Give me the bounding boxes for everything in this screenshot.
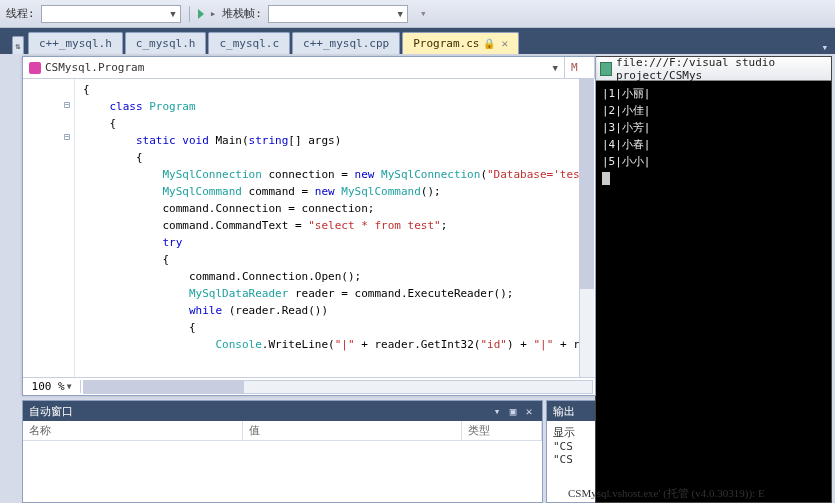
chevron-down-icon: ▼ xyxy=(170,9,175,19)
step-arrow-icon: ▸ xyxy=(210,7,217,20)
chevron-down-icon: ▼ xyxy=(397,9,402,19)
debug-toolbar: 线程: ▼ ▸ 堆栈帧: ▼ ▾ xyxy=(0,0,835,28)
pin-well-icon[interactable]: ⇅ xyxy=(12,36,24,54)
col-type[interactable]: 类型 xyxy=(462,421,542,440)
tab-program-cs[interactable]: Program.cs🔒✕ xyxy=(402,32,519,54)
stackframe-dropdown[interactable]: ▼ xyxy=(268,5,408,23)
console-titlebar[interactable]: file:///F:/visual studio project/CSMys xyxy=(596,57,831,81)
console-window: file:///F:/visual studio project/CSMys |… xyxy=(595,56,832,503)
tab-cpp-mysql-cpp[interactable]: c++_mysql.cpp xyxy=(292,32,400,54)
chevron-down-icon: ▼ xyxy=(67,382,72,391)
tab-cpp-mysql-h[interactable]: c++_mysql.h xyxy=(28,32,123,54)
vertical-scrollbar[interactable] xyxy=(579,79,594,377)
output-overflow-line: CSMysql.vshost.exe' (托管 (v4.0.30319)): E xyxy=(568,486,765,501)
output-line: "CS xyxy=(553,440,589,453)
stackframe-label: 堆栈帧: xyxy=(222,6,262,21)
output-label: 显示 xyxy=(553,425,589,440)
tab-c-mysql-h[interactable]: c_mysql.h xyxy=(125,32,207,54)
fold-toggle-icon[interactable]: ⊟ xyxy=(23,131,74,147)
class-icon xyxy=(29,62,41,74)
autos-panel: 自动窗口 ▾▣✕ 名称 值 类型 xyxy=(22,400,543,503)
active-files-icon[interactable]: ▾ xyxy=(818,41,831,54)
chevron-down-icon: ▼ xyxy=(553,63,558,73)
col-value[interactable]: 值 xyxy=(243,421,462,440)
gutter: ⊟ ⊟ xyxy=(23,79,75,377)
fold-toggle-icon[interactable]: ⊟ xyxy=(23,99,74,115)
namespace-combo[interactable]: CSMysql.Program▼ xyxy=(23,57,565,78)
autos-columns: 名称 值 类型 xyxy=(23,421,542,441)
zoom-combo[interactable]: 100 %▼ xyxy=(23,380,81,393)
thread-dropdown[interactable]: ▼ xyxy=(41,5,181,23)
console-title-text: file:///F:/visual studio project/CSMys xyxy=(616,56,827,82)
close-icon[interactable]: ✕ xyxy=(501,37,508,50)
toolbar-overflow-icon[interactable]: ▾ xyxy=(420,7,427,20)
close-icon[interactable]: ✕ xyxy=(522,405,536,418)
output-line: "CS xyxy=(553,453,589,466)
code-text[interactable]: { class Program { static void Main(strin… xyxy=(75,79,595,377)
flag-icon[interactable] xyxy=(198,9,204,19)
pin-icon[interactable]: ▣ xyxy=(506,405,520,418)
tab-overflow: ▾ xyxy=(818,41,831,54)
cursor xyxy=(602,172,610,185)
dropdown-icon[interactable]: ▾ xyxy=(490,405,504,418)
panel-title: 输出 xyxy=(553,404,575,419)
lock-icon: 🔒 xyxy=(483,38,495,49)
document-tabs: ⇅ c++_mysql.h c_mysql.h c_mysql.c c++_my… xyxy=(0,28,835,54)
separator xyxy=(189,6,190,22)
terminal-output: |1|小丽| |2|小佳| |3|小芳| |4|小春| |5|小小| xyxy=(596,81,831,190)
code-editor: CSMysql.Program▼ M ⊟ ⊟ { class Program {… xyxy=(22,56,596,396)
horizontal-scrollbar[interactable] xyxy=(83,380,593,394)
col-name[interactable]: 名称 xyxy=(23,421,243,440)
member-combo[interactable]: M xyxy=(565,57,595,78)
panel-title: 自动窗口 xyxy=(29,404,73,419)
app-icon xyxy=(600,62,612,76)
thread-label: 线程: xyxy=(6,6,35,21)
tab-c-mysql-c[interactable]: c_mysql.c xyxy=(208,32,290,54)
